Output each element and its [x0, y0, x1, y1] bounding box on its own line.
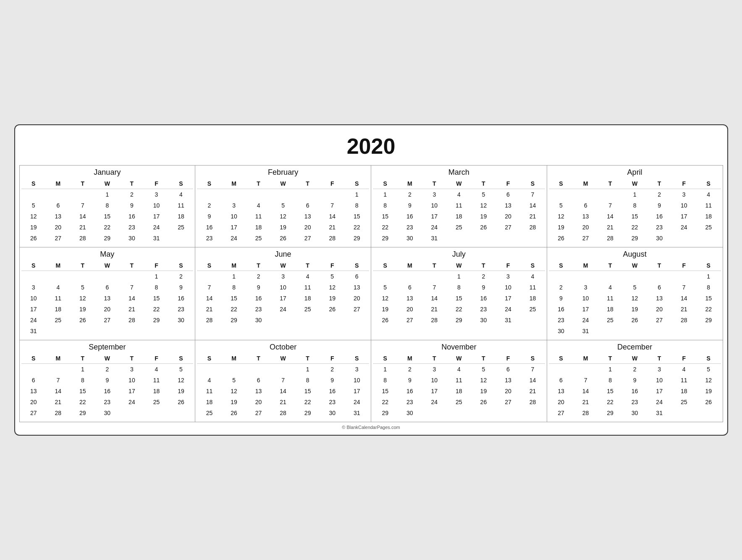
- day-cell: [520, 408, 545, 418]
- day-cell: 29: [71, 408, 95, 418]
- day-cell: 22: [373, 397, 398, 408]
- day-cell: 16: [95, 386, 120, 397]
- day-header: T: [647, 353, 672, 364]
- month-cell-march: MarchSMTWTFS1234567891011121314151617181…: [371, 166, 547, 247]
- day-cell: 28: [422, 315, 447, 326]
- day-header: T: [71, 260, 95, 271]
- day-cell: 20: [496, 211, 521, 222]
- day-cell: 9: [398, 375, 422, 386]
- day-cell: 3: [671, 189, 696, 200]
- day-header: F: [671, 179, 696, 189]
- week-row: 16171819202122: [197, 222, 369, 233]
- day-header: T: [471, 179, 496, 189]
- day-cell: 19: [271, 222, 296, 233]
- day-header: T: [471, 260, 496, 271]
- day-cell: 3: [21, 282, 46, 293]
- day-header: S: [344, 353, 369, 364]
- week-row: 2627282930: [549, 233, 721, 244]
- day-cell: 17: [422, 211, 447, 222]
- day-cell: 11: [246, 211, 271, 222]
- week-row: 262728293031: [21, 233, 194, 244]
- day-cell: [169, 326, 194, 337]
- day-cell: [197, 271, 222, 282]
- day-cell: 6: [549, 375, 574, 386]
- day-cell: 17: [344, 386, 369, 397]
- day-cell: [471, 408, 496, 418]
- day-cell: 3: [344, 364, 369, 375]
- day-cell: 22: [696, 304, 721, 315]
- week-row: 6789101112: [21, 375, 194, 386]
- day-cell: [671, 271, 696, 282]
- day-cell: 16: [622, 386, 647, 397]
- day-cell: [447, 408, 472, 418]
- day-cell: 4: [169, 189, 194, 200]
- month-table: SMTWTFS123456789101112131415161718192021…: [197, 260, 369, 326]
- day-cell: 22: [144, 304, 169, 315]
- day-cell: [647, 271, 672, 282]
- month-cell-february: FebruarySMTWTFS1234567891011121314151617…: [195, 166, 371, 247]
- day-cell: 1: [598, 364, 623, 375]
- month-name: October: [197, 343, 369, 352]
- day-cell: 12: [21, 211, 46, 222]
- day-header: S: [21, 353, 46, 364]
- day-cell: 3: [422, 364, 447, 375]
- day-cell: 17: [21, 304, 46, 315]
- week-row: 567891011: [373, 282, 545, 293]
- day-cell: 26: [549, 233, 574, 244]
- day-cell: 30: [320, 408, 345, 418]
- day-header: T: [246, 353, 271, 364]
- day-cell: 3: [271, 271, 296, 282]
- day-cell: 12: [471, 200, 496, 211]
- week-row: 1234567: [373, 364, 545, 375]
- day-cell: 13: [95, 293, 120, 304]
- day-cell: 16: [471, 293, 496, 304]
- day-cell: 10: [496, 282, 521, 293]
- day-cell: 10: [120, 375, 144, 386]
- week-row: 16171819202122: [549, 304, 721, 315]
- day-cell: 30: [246, 315, 271, 326]
- day-cell: 24: [144, 222, 169, 233]
- month-cell-january: JanuarySMTWTFS12345678910111213141516171…: [20, 166, 196, 247]
- day-cell: 27: [46, 233, 71, 244]
- day-cell: 15: [447, 293, 472, 304]
- day-cell: [120, 271, 144, 282]
- day-cell: 3: [222, 200, 246, 211]
- day-cell: 28: [197, 315, 222, 326]
- day-header: S: [520, 260, 545, 271]
- day-header: T: [647, 179, 672, 189]
- day-cell: 28: [598, 233, 623, 244]
- day-header: F: [496, 179, 521, 189]
- week-row: 123: [197, 364, 369, 375]
- day-header: F: [671, 353, 696, 364]
- day-cell: 16: [320, 386, 345, 397]
- day-cell: 22: [373, 222, 398, 233]
- day-header: F: [496, 260, 521, 271]
- day-cell: 7: [573, 375, 598, 386]
- day-cell: 6: [496, 364, 521, 375]
- day-cell: 27: [398, 315, 422, 326]
- week-row: 12131415161718: [373, 293, 545, 304]
- day-cell: [46, 271, 71, 282]
- day-cell: 23: [169, 304, 194, 315]
- day-cell: 24: [496, 304, 521, 315]
- day-cell: 28: [271, 408, 296, 418]
- day-cell: 2: [398, 189, 422, 200]
- day-cell: 8: [373, 375, 398, 386]
- week-row: 1234: [549, 189, 721, 200]
- day-cell: 5: [320, 271, 345, 282]
- day-cell: 11: [169, 200, 194, 211]
- day-cell: [21, 271, 46, 282]
- day-cell: 7: [422, 282, 447, 293]
- day-cell: 17: [422, 386, 447, 397]
- day-cell: 25: [144, 397, 169, 408]
- day-cell: 21: [598, 222, 623, 233]
- day-cell: 25: [598, 315, 623, 326]
- day-cell: 22: [295, 397, 320, 408]
- day-cell: 9: [246, 282, 271, 293]
- day-cell: 29: [447, 315, 472, 326]
- day-cell: 8: [447, 282, 472, 293]
- week-row: 31: [21, 326, 194, 337]
- week-row: 123456: [197, 271, 369, 282]
- day-cell: [549, 271, 574, 282]
- day-cell: [246, 364, 271, 375]
